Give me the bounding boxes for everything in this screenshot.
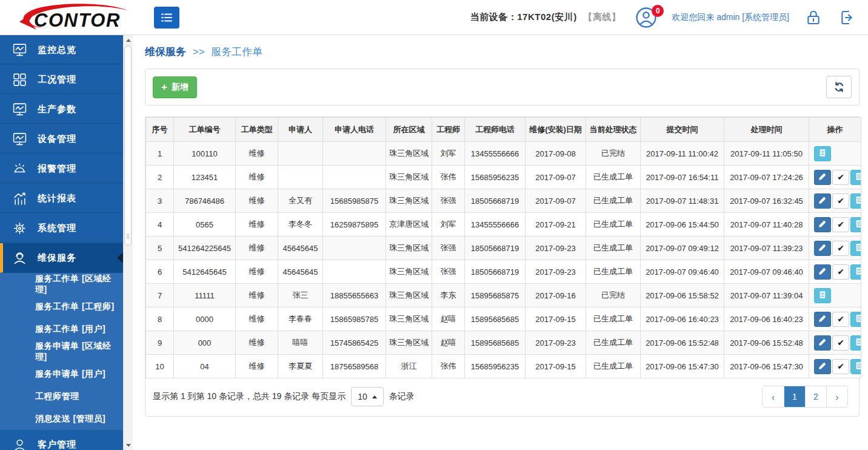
sidebar-subitem[interactable]: 服务申请单 [区域经理] <box>0 340 123 363</box>
edit-button[interactable] <box>814 217 831 232</box>
cell-actions: ✔ <box>809 331 861 355</box>
edit-button[interactable] <box>814 193 831 209</box>
sidebar-subitem[interactable]: 服务工作单 [用户] <box>0 318 123 340</box>
cell-engineer_phone: 15895685875 <box>465 284 526 307</box>
cell-engineer: 李东 <box>432 284 465 307</box>
column-header: 申请人电话 <box>323 118 386 142</box>
complete-button[interactable]: ✔ <box>832 312 849 327</box>
notifications-button[interactable]: 0 <box>635 7 657 29</box>
add-button[interactable]: + 新增 <box>153 76 197 98</box>
cell-status: 已生成工单 <box>586 166 641 189</box>
work-order-table: 序号工单编号工单类型申请人申请人电话所在区域工程师工程师电话维修(安装)日期当前… <box>145 117 861 378</box>
cell-applicant_phone: 18756589568 <box>323 355 386 378</box>
welcome-message[interactable]: 欢迎您回来 admin [系统管理员] <box>672 12 789 23</box>
list-icon <box>854 243 861 254</box>
sidebar-item-monitor-overview[interactable]: 监控总览 <box>0 35 123 65</box>
prev-page-button[interactable]: ‹ <box>763 386 784 407</box>
check-icon: ✔ <box>837 220 844 229</box>
pencil-icon <box>818 266 827 278</box>
complete-button[interactable]: ✔ <box>832 359 849 374</box>
sidebar-subitem[interactable]: 服务工作单 [工程师] <box>0 295 123 318</box>
sidebar-item-customer-mgmt[interactable]: 客户管理 <box>0 430 123 450</box>
list-icon <box>854 172 861 183</box>
cell-status: 已完结 <box>586 284 641 307</box>
cell-actions: ✔ <box>809 213 861 237</box>
sidebar-subitem[interactable]: 服务工作单 [区域经理] <box>0 273 123 295</box>
cell-type: 维修 <box>236 355 278 378</box>
sidebar-item-device-mgmt[interactable]: 设备管理 <box>0 124 123 154</box>
view-button[interactable] <box>850 335 861 351</box>
sidebar-subitem[interactable]: 服务申请单 [用户] <box>0 363 123 385</box>
sidebar-item-maintenance-service[interactable]: 维保服务 <box>0 243 123 273</box>
view-button[interactable] <box>850 217 861 232</box>
sidebar-item-condition-mgmt[interactable]: 工况管理 <box>0 65 123 95</box>
cell-repair_date: 2017-09-15 <box>526 355 586 378</box>
list-icon <box>854 219 861 230</box>
scroll-down-button[interactable] <box>124 440 133 450</box>
cell-status: 已生成工单 <box>586 355 641 378</box>
sidebar-item-label: 生产参数 <box>38 104 76 115</box>
cell-process_time: 2017-09-07 17:24:26 <box>724 166 809 189</box>
view-button[interactable] <box>850 312 861 327</box>
active-arrow-icon <box>117 252 123 263</box>
page-button-1[interactable]: 1 <box>784 386 805 407</box>
sidebar-item-alarm-mgmt[interactable]: 报警管理 <box>0 154 123 184</box>
sidebar-item-report-stats[interactable]: 统计报表 <box>0 184 123 213</box>
pencil-icon <box>818 314 827 325</box>
view-button[interactable] <box>850 193 861 209</box>
edit-button[interactable] <box>814 241 831 256</box>
view-button[interactable] <box>814 146 831 161</box>
logout-button[interactable] <box>838 8 857 27</box>
complete-button[interactable]: ✔ <box>832 170 849 185</box>
column-header: 工程师电话 <box>465 118 526 142</box>
complete-button[interactable]: ✔ <box>832 217 849 232</box>
view-button[interactable] <box>814 288 831 303</box>
column-header: 维修(安装)日期 <box>526 118 586 142</box>
sidebar-item-production-params[interactable]: 生产参数 <box>0 95 123 124</box>
cell-seq: 8 <box>146 307 174 331</box>
triangle-down-icon <box>126 444 131 447</box>
cell-region: 珠三角区域 <box>386 166 432 189</box>
view-button[interactable] <box>850 170 861 185</box>
refresh-button[interactable] <box>826 76 852 98</box>
sidebar-subitem[interactable]: 消息发送 [管理员] <box>0 408 123 430</box>
cell-repair_date: 2017-09-15 <box>526 307 586 331</box>
column-header: 当前处理状态 <box>586 118 641 142</box>
sidebar-scrollbar[interactable] <box>123 35 133 450</box>
page-size-select[interactable]: 10 <box>351 387 384 406</box>
complete-button[interactable]: ✔ <box>832 193 849 209</box>
list-icon <box>854 314 861 325</box>
view-button[interactable] <box>850 264 861 280</box>
edit-button[interactable] <box>814 264 831 280</box>
cell-process_time: 2017-09-07 09:46:40 <box>724 260 809 284</box>
view-button[interactable] <box>850 241 861 256</box>
sidebar-item-system-mgmt[interactable]: 系统管理 <box>0 213 123 243</box>
complete-button[interactable]: ✔ <box>832 264 849 280</box>
edit-button[interactable] <box>814 335 831 351</box>
page-size-value: 10 <box>358 392 367 401</box>
table-row: 3786746486维修全又有15685985875珠三角区域张强1850566… <box>146 189 861 213</box>
scrollbar-thumb[interactable] <box>124 45 132 246</box>
edit-button[interactable] <box>814 359 831 374</box>
complete-button[interactable]: ✔ <box>832 335 849 351</box>
cell-applicant: 45645645 <box>278 260 323 284</box>
sidebar-item-label: 统计报表 <box>38 193 76 204</box>
lock-screen-button[interactable] <box>804 8 823 27</box>
cell-seq: 6 <box>146 260 174 284</box>
next-page-button[interactable]: › <box>826 386 847 407</box>
breadcrumb-parent[interactable]: 维保服务 <box>145 46 186 58</box>
cell-process_time: 2017-09-11 11:05:50 <box>724 142 809 166</box>
complete-button[interactable]: ✔ <box>832 241 849 256</box>
cell-actions: ✔ <box>809 260 861 284</box>
cell-applicant: 李春春 <box>278 307 323 331</box>
device-name: 17KT02(安川) <box>517 12 576 22</box>
view-button[interactable] <box>850 359 861 374</box>
sidebar-toggle-button[interactable] <box>154 7 179 29</box>
scroll-up-button[interactable] <box>124 35 133 45</box>
edit-button[interactable] <box>814 312 831 327</box>
logout-icon <box>838 8 857 27</box>
page-button-2[interactable]: 2 <box>805 386 826 407</box>
edit-button[interactable] <box>814 170 831 185</box>
app-logo: CONTOR <box>11 4 138 32</box>
sidebar-subitem[interactable]: 工程师管理 <box>0 385 123 408</box>
